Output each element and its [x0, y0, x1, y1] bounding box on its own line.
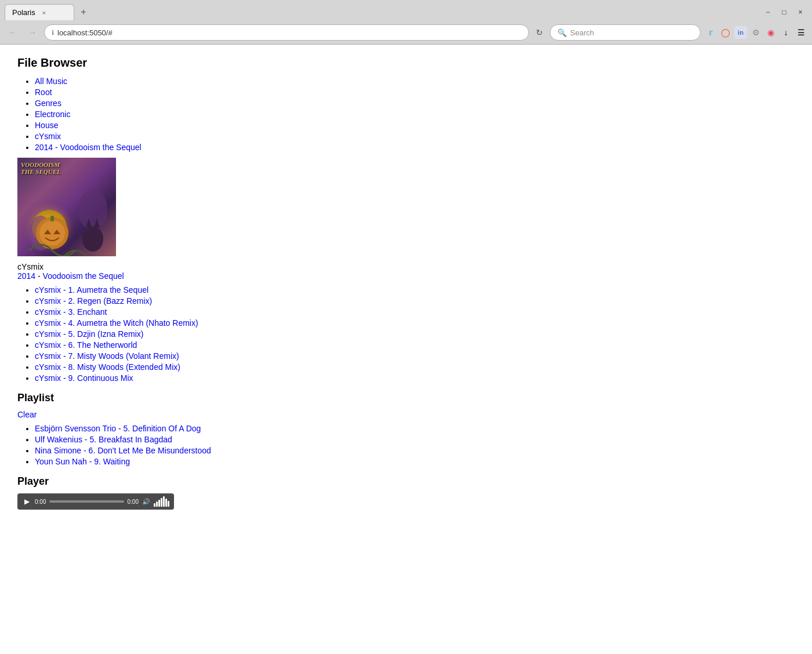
svg-marker-8 — [86, 219, 92, 227]
breadcrumb-link-house[interactable]: House — [35, 121, 58, 130]
volume-bars[interactable] — [154, 496, 169, 507]
close-button[interactable]: × — [793, 5, 807, 19]
track-item: cYsmix - 5. Dzjin (Izna Remix) — [35, 329, 795, 339]
track-list: cYsmix - 1. Aumetra the Sequel cYsmix - … — [35, 285, 795, 383]
track-link[interactable]: cYsmix - 8. Misty Woods (Extended Mix) — [35, 362, 180, 372]
track-link[interactable]: cYsmix - 1. Aumetra the Sequel — [35, 285, 148, 295]
breadcrumb-list: All Music Root Genres Electronic House c… — [35, 77, 795, 152]
breadcrumb-item: Electronic — [35, 110, 795, 119]
playlist-item: Ulf Wakenius - 5. Breakfast In Bagdad — [35, 435, 795, 444]
window-controls: − □ × — [761, 5, 807, 19]
pocket-icon[interactable]: ◉ — [764, 26, 777, 39]
breadcrumb-item: House — [35, 121, 795, 130]
menu-icon[interactable]: ☰ — [795, 26, 807, 39]
track-item: cYsmix - 2. Regen (Bazz Remix) — [35, 296, 795, 306]
track-link[interactable]: cYsmix - 6. The Netherworld — [35, 340, 137, 350]
art-decoration-circle — [32, 210, 67, 245]
vol-bar-7 — [168, 501, 169, 507]
track-item: cYsmix - 8. Misty Woods (Extended Mix) — [35, 362, 795, 372]
current-time: 0:00 — [35, 499, 46, 505]
twitter-icon[interactable]: 𝕣 — [704, 26, 717, 39]
delicious-icon[interactable]: in — [734, 26, 747, 39]
audio-player: ▶ 0:00 0:00 🔊 — [17, 493, 174, 510]
track-link[interactable]: cYsmix - 2. Regen (Bazz Remix) — [35, 296, 152, 306]
player-title: Player — [17, 475, 795, 488]
reload-button[interactable]: ↻ — [532, 26, 546, 39]
extension-icon[interactable]: ⚙ — [749, 26, 762, 39]
track-item: cYsmix - 7. Misty Woods (Volant Remix) — [35, 351, 795, 361]
album-art-title: Voodooismthe Sequel — [21, 161, 61, 175]
clear-playlist-button[interactable]: Clear — [17, 410, 795, 419]
svg-point-7 — [82, 226, 103, 252]
breadcrumb-item: Root — [35, 88, 795, 97]
playlist-track-link[interactable]: Ulf Wakenius - 5. Breakfast In Bagdad — [35, 435, 172, 444]
album-art: Voodooismthe Sequel — [17, 158, 116, 256]
playlist-item: Esbjörn Svensson Trio - 5. Definition Of… — [35, 424, 795, 433]
maximize-button[interactable]: □ — [777, 5, 791, 19]
browser-chrome: Polaris × + − □ × ← → ℹ localhost:5050/#… — [0, 0, 812, 45]
artist-name: cYsmix — [17, 262, 795, 271]
playlist-section: Playlist — [17, 392, 795, 404]
breadcrumb-item: All Music — [35, 77, 795, 86]
tab-title: Polaris — [12, 8, 35, 17]
vol-bar-5 — [163, 496, 165, 507]
forward-button[interactable]: → — [24, 24, 41, 41]
tab-close-button[interactable]: × — [40, 9, 48, 17]
new-tab-button[interactable]: + — [77, 5, 90, 19]
breadcrumb-link-all-music[interactable]: All Music — [35, 77, 67, 86]
playlist-item: Youn Sun Nah - 9. Waiting — [35, 457, 795, 466]
track-item: cYsmix - 3. Enchant — [35, 307, 795, 317]
vol-bar-2 — [156, 502, 158, 507]
back-button[interactable]: ← — [5, 24, 21, 41]
track-link[interactable]: cYsmix - 5. Dzjin (Izna Remix) — [35, 329, 143, 339]
play-button[interactable]: ▶ — [22, 497, 31, 506]
breadcrumb-item: Genres — [35, 99, 795, 108]
url-text: localhost:5050/# — [57, 28, 113, 37]
breadcrumb-link-electronic[interactable]: Electronic — [35, 110, 70, 119]
track-link[interactable]: cYsmix - 3. Enchant — [35, 307, 107, 317]
svg-marker-9 — [94, 219, 100, 227]
search-bar[interactable]: 🔍 Search — [550, 24, 701, 41]
file-browser-title: File Browser — [17, 56, 795, 70]
playlist-track-link[interactable]: Esbjörn Svensson Trio - 5. Definition Of… — [35, 424, 201, 433]
track-link[interactable]: cYsmix - 7. Misty Woods (Volant Remix) — [35, 351, 179, 361]
page-content: File Browser All Music Root Genres Elect… — [0, 45, 812, 654]
playlist-track-link[interactable]: Youn Sun Nah - 9. Waiting — [35, 457, 130, 466]
track-link[interactable]: cYsmix - 4. Aumetra the Witch (Nhato Rem… — [35, 318, 198, 328]
album-title-separator: - — [38, 271, 43, 281]
vol-bar-1 — [154, 503, 155, 507]
url-bar[interactable]: ℹ localhost:5050/# — [44, 24, 529, 41]
vol-bar-3 — [158, 500, 160, 507]
browser-tab[interactable]: Polaris × — [5, 4, 74, 20]
album-year-title: 2014 - Voodooism the Sequel — [17, 271, 795, 281]
minimize-button[interactable]: − — [761, 5, 775, 19]
breadcrumb-item: cYsmix — [35, 132, 795, 141]
search-placeholder: Search — [570, 28, 594, 37]
track-link[interactable]: cYsmix - 9. Continuous Mix — [35, 373, 133, 383]
svg-point-0 — [78, 190, 107, 230]
track-item: cYsmix - 4. Aumetra the Witch (Nhato Rem… — [35, 318, 795, 328]
title-bar: Polaris × + − □ × — [0, 0, 812, 21]
search-icon: 🔍 — [557, 28, 567, 37]
breadcrumb-link-cysmix[interactable]: cYsmix — [35, 132, 61, 141]
playlist-title: Playlist — [17, 392, 795, 404]
breadcrumb-link-album[interactable]: 2014 - Voodooism the Sequel — [35, 143, 142, 152]
playlist-track-link[interactable]: Nina Simone - 6. Don't Let Me Be Misunde… — [35, 446, 211, 455]
track-item: cYsmix - 1. Aumetra the Sequel — [35, 285, 795, 295]
vol-bar-6 — [165, 499, 167, 507]
album-year: 2014 — [17, 271, 35, 281]
progress-bar[interactable] — [49, 500, 124, 503]
breadcrumb-link-genres[interactable]: Genres — [35, 99, 61, 108]
total-time: 0:00 — [128, 499, 139, 505]
nav-bar: ← → ℹ localhost:5050/# ↻ 🔍 Search 𝕣 ◯ in… — [0, 21, 812, 44]
album-info: cYsmix 2014 - Voodooism the Sequel — [17, 262, 795, 281]
playlist-item: Nina Simone - 6. Don't Let Me Be Misunde… — [35, 446, 795, 455]
download-icon[interactable]: ↓ — [780, 26, 792, 39]
vol-bar-4 — [161, 498, 162, 507]
breadcrumb-link-root[interactable]: Root — [35, 88, 52, 97]
reddit-icon[interactable]: ◯ — [719, 26, 732, 39]
toolbar-icons: 𝕣 ◯ in ⚙ ◉ ↓ ☰ — [704, 26, 807, 39]
album-cover: Voodooismthe Sequel — [17, 158, 116, 256]
album-title-link[interactable]: Voodooism the Sequel — [43, 271, 124, 281]
playlist-list: Esbjörn Svensson Trio - 5. Definition Of… — [35, 424, 795, 466]
